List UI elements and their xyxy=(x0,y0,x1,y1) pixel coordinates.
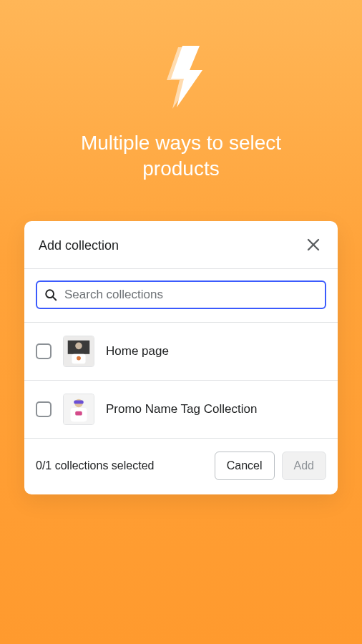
svg-rect-11 xyxy=(74,401,83,404)
hero-section: Multiple ways to select products xyxy=(0,0,362,182)
checkbox[interactable] xyxy=(36,343,52,359)
search-section xyxy=(24,269,338,322)
collection-row-promo-name-tag[interactable]: Promo Name Tag Collection xyxy=(24,380,338,438)
close-button[interactable] xyxy=(303,235,323,255)
cancel-button[interactable]: Cancel xyxy=(215,452,275,480)
lightning-bolt-icon xyxy=(160,44,202,109)
search-icon xyxy=(44,288,57,301)
collection-row-home-page[interactable]: Home page xyxy=(24,322,338,380)
svg-point-8 xyxy=(77,356,81,361)
footer-actions: Cancel Add xyxy=(215,452,326,480)
collection-thumbnail xyxy=(63,336,94,367)
modal-header: Add collection xyxy=(24,221,338,268)
checkbox[interactable] xyxy=(36,401,52,417)
collection-thumbnail xyxy=(63,394,94,425)
svg-point-6 xyxy=(75,343,82,350)
close-icon xyxy=(305,237,321,255)
add-collection-modal: Add collection xyxy=(24,221,338,494)
search-input[interactable] xyxy=(64,288,318,302)
collection-label: Promo Name Tag Collection xyxy=(106,402,257,416)
hero-title: Multiple ways to select products xyxy=(52,130,310,182)
modal-footer: 0/1 collections selected Cancel Add xyxy=(24,438,338,494)
collection-label: Home page xyxy=(106,344,169,358)
svg-line-3 xyxy=(53,297,56,300)
search-field[interactable] xyxy=(36,280,326,309)
selection-status: 0/1 collections selected xyxy=(36,459,154,472)
modal-title: Add collection xyxy=(39,238,119,253)
svg-rect-13 xyxy=(75,411,82,416)
add-button[interactable]: Add xyxy=(282,452,326,480)
